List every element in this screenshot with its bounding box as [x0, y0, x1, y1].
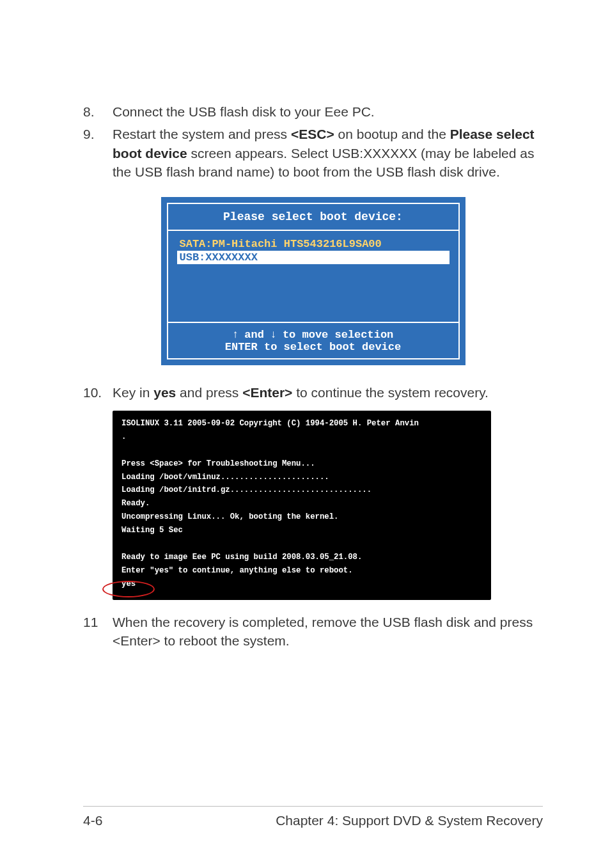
step-10: 10. Key in yes and press <Enter> to cont…	[83, 383, 543, 402]
step-number: 9.	[83, 125, 113, 143]
page-number: 4-6	[83, 813, 102, 828]
boot-dialog-title: Please select boot device:	[168, 204, 458, 230]
key-esc: <ESC>	[291, 127, 334, 141]
step-text: When the recovery is completed, remove t…	[113, 613, 543, 651]
boot-device-list: SATA:PM-Hitachi HTS543216L9SA00 USB:XXXX…	[168, 231, 458, 322]
key-enter: <Enter>	[242, 385, 292, 400]
text-fragment: Restart the system and press	[113, 127, 291, 141]
bold-yes: yes	[153, 385, 176, 400]
page-footer: 4-6 Chapter 4: Support DVD & System Reco…	[83, 806, 543, 828]
boot-footer-line2: ENTER to select boot device	[168, 341, 458, 353]
boot-dialog-footer: ↑ and ↓ to move selection ENTER to selec…	[168, 323, 458, 358]
step-text: Connect the USB flash disk to your Eee P…	[113, 102, 543, 121]
step-number: 10.	[83, 383, 113, 402]
boot-device-item-usb-selected: USB:XXXXXXXX	[177, 251, 450, 264]
step-8: 8. Connect the USB flash disk to your Ee…	[83, 102, 543, 121]
text-fragment: and	[238, 329, 270, 341]
footer-divider	[83, 806, 543, 807]
text-fragment: on bootup and the	[334, 127, 450, 141]
step-11: 11 When the recovery is completed, remov…	[83, 613, 543, 651]
text-fragment: to continue the system recovery.	[292, 385, 489, 400]
step-text: Restart the system and press <ESC> on bo…	[113, 125, 543, 181]
text-fragment: and press	[176, 385, 242, 400]
step-number: 8.	[83, 102, 113, 121]
arrow-down-icon: ↓	[270, 328, 276, 341]
chapter-title: Chapter 4: Support DVD & System Recovery	[276, 813, 543, 828]
recovery-terminal: ISOLINUX 3.11 2005-09-02 Copyright (C) 1…	[113, 411, 491, 600]
boot-device-dialog: Please select boot device: SATA:PM-Hitac…	[161, 197, 465, 365]
boot-dialog-inner: Please select boot device: SATA:PM-Hitac…	[167, 203, 460, 359]
step-number: 11	[83, 613, 113, 631]
terminal-output: ISOLINUX 3.11 2005-09-02 Copyright (C) 1…	[121, 417, 482, 591]
step-text: Key in yes and press <Enter> to continue…	[113, 383, 543, 402]
step-9: 9. Restart the system and press <ESC> on…	[83, 125, 543, 181]
text-fragment: to move selection	[276, 329, 394, 341]
boot-device-item-sata: SATA:PM-Hitachi HTS543216L9SA00	[177, 237, 450, 251]
arrow-up-icon: ↑	[233, 328, 239, 341]
text-fragment: Key in	[113, 385, 153, 400]
